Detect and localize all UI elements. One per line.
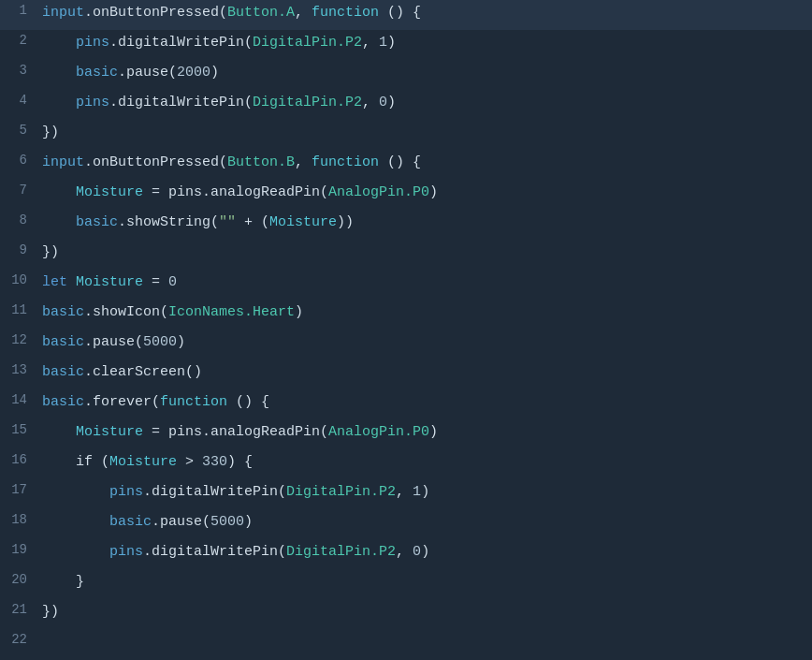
line-number: 10 bbox=[0, 271, 42, 287]
token: 1 bbox=[379, 35, 387, 51]
token: ) { bbox=[227, 454, 253, 470]
token: pins bbox=[42, 484, 143, 500]
token: .showIcon( bbox=[84, 304, 168, 320]
code-line: 18 basic.pause(5000) bbox=[0, 509, 812, 539]
code-line: 13basic.clearScreen() bbox=[0, 359, 812, 389]
line-content: Moisture = pins.analogReadPin(AnalogPin.… bbox=[42, 182, 438, 204]
line-content: pins.digitalWritePin(DigitalPin.P2, 0) bbox=[42, 92, 396, 114]
line-number: 14 bbox=[0, 391, 42, 407]
token: 0 bbox=[413, 544, 421, 560]
token: , bbox=[295, 154, 312, 170]
token: DigitalPin.P2 bbox=[286, 544, 396, 560]
token: .forever( bbox=[84, 394, 160, 410]
line-number: 1 bbox=[0, 2, 42, 18]
line-content: basic.showIcon(IconNames.Heart) bbox=[42, 301, 303, 324]
line-number: 9 bbox=[0, 242, 42, 257]
token: DigitalPin.P2 bbox=[253, 35, 362, 51]
token: ) bbox=[421, 484, 429, 500]
line-content: Moisture = pins.analogReadPin(AnalogPin.… bbox=[42, 421, 438, 444]
line-number: 21 bbox=[0, 601, 42, 617]
token: > bbox=[177, 454, 202, 470]
token: Moisture bbox=[109, 454, 177, 470]
token: Button.B bbox=[227, 154, 295, 170]
token: () { bbox=[227, 394, 269, 410]
token: )) bbox=[337, 214, 354, 230]
token: () { bbox=[379, 154, 421, 170]
token: .pause( bbox=[118, 65, 177, 81]
token: , bbox=[362, 95, 379, 110]
token: , bbox=[396, 484, 413, 500]
code-line: 5}) bbox=[0, 120, 812, 150]
token: function bbox=[312, 154, 379, 170]
token: 5000 bbox=[210, 514, 244, 530]
token: 1 bbox=[413, 484, 421, 500]
line-number: 20 bbox=[0, 571, 42, 587]
token bbox=[42, 184, 76, 200]
token: .showString( bbox=[118, 214, 219, 230]
line-number: 13 bbox=[0, 361, 42, 377]
code-line: 4 pins.digitalWritePin(DigitalPin.P2, 0) bbox=[0, 90, 812, 120]
code-line: 14basic.forever(function () { bbox=[0, 389, 812, 419]
token: basic bbox=[42, 514, 152, 530]
line-number: 11 bbox=[0, 301, 42, 317]
code-line: 17 pins.digitalWritePin(DigitalPin.P2, 1… bbox=[0, 479, 812, 509]
code-line: 3 basic.pause(2000) bbox=[0, 60, 812, 90]
line-number: 6 bbox=[0, 152, 42, 168]
code-line: 19 pins.digitalWritePin(DigitalPin.P2, 0… bbox=[0, 539, 812, 569]
token: }) bbox=[42, 244, 59, 260]
line-content: basic.clearScreen() bbox=[42, 361, 202, 384]
token: Moisture bbox=[76, 424, 143, 440]
line-number: 7 bbox=[0, 182, 42, 198]
token: AnalogPin.P0 bbox=[328, 184, 429, 200]
token: , bbox=[396, 544, 413, 560]
code-line: 6input.onButtonPressed(Button.B, functio… bbox=[0, 150, 812, 180]
code-editor: 1input.onButtonPressed(Button.A, functio… bbox=[0, 0, 812, 660]
token: }) bbox=[42, 604, 59, 620]
line-content: input.onButtonPressed(Button.A, function… bbox=[42, 2, 421, 24]
token: Moisture bbox=[76, 274, 143, 290]
token: ) bbox=[177, 334, 185, 350]
token: DigitalPin.P2 bbox=[286, 484, 396, 500]
token: IconNames.Heart bbox=[168, 304, 295, 320]
token: input bbox=[42, 5, 84, 21]
token: 5000 bbox=[143, 334, 177, 350]
token: () { bbox=[379, 5, 421, 21]
line-number: 19 bbox=[0, 541, 42, 557]
token: pins bbox=[42, 544, 143, 560]
line-content: pins.digitalWritePin(DigitalPin.P2, 1) bbox=[42, 32, 396, 54]
token: pins bbox=[42, 95, 109, 110]
token: ) bbox=[429, 424, 438, 440]
token bbox=[42, 424, 76, 440]
token: .pause( bbox=[152, 514, 210, 530]
token: .onButtonPressed( bbox=[84, 5, 227, 21]
token: = pins bbox=[143, 184, 202, 200]
token: .digitalWritePin( bbox=[143, 484, 286, 500]
line-content: pins.digitalWritePin(DigitalPin.P2, 1) bbox=[42, 481, 429, 504]
token: ) bbox=[295, 304, 303, 320]
token: basic bbox=[42, 65, 118, 81]
token: ) bbox=[387, 35, 396, 51]
token bbox=[67, 274, 76, 290]
token: .pause( bbox=[84, 334, 143, 350]
token: = pins bbox=[143, 424, 202, 440]
code-line: 2 pins.digitalWritePin(DigitalPin.P2, 1) bbox=[0, 30, 812, 60]
line-content: }) bbox=[42, 242, 59, 264]
line-content: pins.digitalWritePin(DigitalPin.P2, 0) bbox=[42, 541, 429, 564]
line-number: 8 bbox=[0, 212, 42, 227]
code-line: 1input.onButtonPressed(Button.A, functio… bbox=[0, 0, 812, 30]
token: 0 bbox=[168, 274, 177, 290]
token: basic bbox=[42, 394, 84, 410]
token: function bbox=[312, 5, 379, 21]
line-number: 5 bbox=[0, 122, 42, 138]
token: function bbox=[160, 394, 227, 410]
token: .digitalWritePin( bbox=[109, 95, 253, 110]
token: }) bbox=[42, 125, 59, 140]
token: .analogReadPin( bbox=[202, 184, 328, 200]
token: ) bbox=[244, 514, 253, 530]
token: Moisture bbox=[269, 214, 337, 230]
line-number: 12 bbox=[0, 331, 42, 347]
line-content: basic.pause(5000) bbox=[42, 511, 253, 534]
line-content: basic.pause(5000) bbox=[42, 331, 185, 354]
line-number: 4 bbox=[0, 92, 42, 108]
token: Button.A bbox=[227, 5, 295, 21]
